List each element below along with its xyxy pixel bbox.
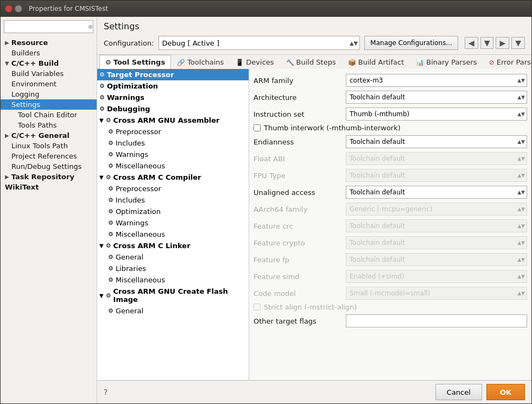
instruction-set-row: Instruction set Thumb (-mthumb) ▲▼ xyxy=(254,107,527,121)
sidebar-item-logging[interactable]: Logging xyxy=(1,89,97,99)
tool-tree-item-asm-warnings[interactable]: ⚙ Warnings xyxy=(97,149,249,160)
tool-tree-item-target-processor[interactable]: ⚙ Target Processor xyxy=(97,69,249,80)
tool-tree-item-asm-preprocessor[interactable]: ⚙ Preprocessor xyxy=(97,126,249,137)
sidebar-item-linux-tools-path[interactable]: Linux Tools Path xyxy=(1,141,97,151)
tool-tree-item-cc-optimization[interactable]: ⚙ Optimization xyxy=(97,206,249,217)
sidebar-item-wikitext[interactable]: WikiText xyxy=(1,182,97,192)
arm-family-row: ARM family cortex-m3 ▲▼ xyxy=(254,73,527,87)
sidebar-item-tool-chain-editor[interactable]: Tool Chain Editor xyxy=(1,110,97,120)
close-button[interactable] xyxy=(5,5,12,12)
expand-arrow: ▶ xyxy=(5,174,9,180)
code-model-select-wrapper: Small (-mcmodel=small) ▲▼ xyxy=(346,287,527,300)
tab-label: Toolchains xyxy=(187,58,224,66)
tool-tree-label: Includes xyxy=(116,196,145,204)
tab-build-artifact[interactable]: 📦 Build Artifact xyxy=(342,55,410,69)
aarch64-family-select[interactable]: Generic (-mcpu=generic) xyxy=(346,203,527,216)
tab-error-parsers[interactable]: ⊘ Error Parsers xyxy=(483,55,531,69)
sidebar-item-label: Tool Chain Editor xyxy=(18,111,77,119)
other-target-flags-input[interactable] xyxy=(346,314,527,327)
float-abi-select[interactable]: Toolchain default xyxy=(346,152,527,165)
tool-tree-item-cc-includes[interactable]: ⚙ Includes xyxy=(97,194,249,206)
sidebar-tree: ▶ Resource Builders ▼ C/C++ Build Build … xyxy=(1,36,97,403)
endianness-select[interactable]: Toolchain default xyxy=(346,135,527,148)
tool-tree-item-cross-flash[interactable]: ▼ ⚙ Cross ARM GNU Create Flash Image xyxy=(97,286,249,305)
search-clear-icon[interactable]: ⊗ xyxy=(88,23,93,30)
cancel-button[interactable]: Cancel xyxy=(435,384,482,400)
sidebar-item-settings[interactable]: Settings xyxy=(1,99,97,110)
sidebar-item-label: Run/Debug Settings xyxy=(11,162,82,171)
instruction-set-select-wrapper: Thumb (-mthumb) ▲▼ xyxy=(346,108,527,121)
tool-tree-item-asm-misc[interactable]: ⚙ Miscellaneous xyxy=(97,160,249,172)
feature-crc-select[interactable]: Toolchain default xyxy=(346,219,527,232)
strict-align-checkbox[interactable] xyxy=(254,304,261,311)
configuration-select[interactable]: Debug [ Active ] xyxy=(159,36,360,50)
sidebar-item-build-variables[interactable]: Build Variables xyxy=(1,68,97,79)
sidebar-item-run-debug[interactable]: Run/Debug Settings xyxy=(1,161,97,172)
expand-arrow: ▶ xyxy=(5,40,9,46)
instruction-set-select[interactable]: Thumb (-mthumb) xyxy=(346,108,527,121)
tool-tree-label: Preprocessor xyxy=(116,185,161,193)
help-button[interactable]: ? xyxy=(104,388,107,396)
tool-tree-item-cc-warnings[interactable]: ⚙ Warnings xyxy=(97,217,249,229)
tab-devices[interactable]: 📱 Devices xyxy=(230,55,280,69)
sidebar-item-cpp-build[interactable]: ▼ C/C++ Build xyxy=(1,58,97,68)
float-abi-select-wrapper: Toolchain default ▲▼ xyxy=(346,152,527,165)
feature-simd-select[interactable]: Enabled (+simd) xyxy=(346,270,527,283)
ok-button[interactable]: OK xyxy=(486,384,525,400)
tab-label: Binary Parsers xyxy=(426,58,477,66)
manage-configurations-button[interactable]: Manage Configurations... xyxy=(364,36,458,50)
sidebar-item-task-repository[interactable]: ▶ Task Repository xyxy=(1,172,97,182)
nav-forward-button[interactable]: ▼ xyxy=(480,37,494,49)
nav-next-button[interactable]: ▶ xyxy=(496,37,509,49)
tool-tree-item-cc-preprocessor[interactable]: ⚙ Preprocessor xyxy=(97,183,249,194)
feature-simd-label: Feature simd xyxy=(254,273,346,281)
titlebar: Properties for CMSISTest xyxy=(1,1,531,17)
tool-tree-item-cross-c-compiler[interactable]: ▼ ⚙ Cross ARM C Compiler xyxy=(97,172,249,183)
fpu-type-select[interactable]: Toolchain default xyxy=(346,169,527,182)
feature-simd-row: Feature simd Enabled (+simd) ▲▼ xyxy=(254,269,527,283)
tab-tool-settings[interactable]: ⚙ Tool Settings xyxy=(99,55,171,69)
nav-menu-button[interactable]: ▼ xyxy=(511,37,525,49)
sidebar-item-resource[interactable]: ▶ Resource xyxy=(1,37,97,48)
tool-tree-item-cl-misc[interactable]: ⚙ Miscellaneous xyxy=(97,274,249,286)
gear-icon: ⚙ xyxy=(106,174,111,181)
sidebar-item-tools-paths[interactable]: Tools Paths xyxy=(1,120,97,130)
sidebar-item-environment[interactable]: Environment xyxy=(1,79,97,89)
tool-tree-item-cross-asm[interactable]: ▼ ⚙ Cross ARM GNU Assembler xyxy=(97,115,249,126)
sidebar-item-builders[interactable]: Builders xyxy=(1,48,97,58)
tool-tree-item-cl-libraries[interactable]: ⚙ Libraries xyxy=(97,263,249,274)
tool-tree-label: Cross ARM GNU Create Flash Image xyxy=(113,287,246,304)
feature-crypto-select[interactable]: Toolchain default xyxy=(346,236,527,249)
tab-binary-parsers[interactable]: 📊 Binary Parsers xyxy=(410,55,483,69)
architecture-select[interactable]: Toolchain default xyxy=(346,91,527,104)
search-input[interactable] xyxy=(7,23,88,30)
bottom-bar: ? Cancel OK xyxy=(97,380,531,403)
search-box[interactable]: ⊗ xyxy=(4,20,93,33)
arm-family-select[interactable]: cortex-m3 xyxy=(346,74,527,87)
thumb-interwork-checkbox[interactable] xyxy=(254,124,261,131)
tool-tree-item-cc-misc[interactable]: ⚙ Miscellaneous xyxy=(97,229,249,240)
sidebar-item-cpp-general[interactable]: ▶ C/C++ General xyxy=(1,130,97,141)
build-artifact-icon: 📦 xyxy=(348,59,356,66)
unaligned-access-select[interactable]: Toolchain default xyxy=(346,186,527,199)
sidebar-item-project-references[interactable]: Project References xyxy=(1,151,97,161)
tool-tree-item-cl-general[interactable]: ⚙ General xyxy=(97,251,249,263)
tool-tree-item-flash-general[interactable]: ⚙ General xyxy=(97,305,249,317)
tool-tree-item-cross-c-linker[interactable]: ▼ ⚙ Cross ARM C Linker xyxy=(97,240,249,251)
tool-tree-item-debugging[interactable]: ⚙ Debugging xyxy=(97,103,249,115)
code-model-select[interactable]: Small (-mcmodel=small) xyxy=(346,287,527,300)
minimize-button[interactable] xyxy=(15,5,22,12)
feature-fp-select[interactable]: Toolchain default xyxy=(346,253,527,266)
aarch64-family-select-wrapper: Generic (-mcpu=generic) ▲▼ xyxy=(346,203,527,216)
tool-tree-item-asm-includes[interactable]: ⚙ Includes xyxy=(97,137,249,149)
gear-icon: ⚙ xyxy=(108,162,113,169)
tab-build-steps[interactable]: 🔨 Build Steps xyxy=(280,55,342,69)
main-window: Properties for CMSISTest ⊗ ▶ Resource Bu… xyxy=(0,0,532,404)
tab-toolchains[interactable]: 🔗 Toolchains xyxy=(171,55,230,69)
tool-tree-item-warnings[interactable]: ⚙ Warnings xyxy=(97,92,249,103)
nav-back-button[interactable]: ◀ xyxy=(465,37,478,49)
tool-tree-label: Includes xyxy=(116,139,145,147)
tool-tree-item-optimization[interactable]: ⚙ Optimization xyxy=(97,80,249,92)
feature-crc-row: Feature crc Toolchain default ▲▼ xyxy=(254,219,527,233)
gear-icon: ⚙ xyxy=(106,292,111,299)
